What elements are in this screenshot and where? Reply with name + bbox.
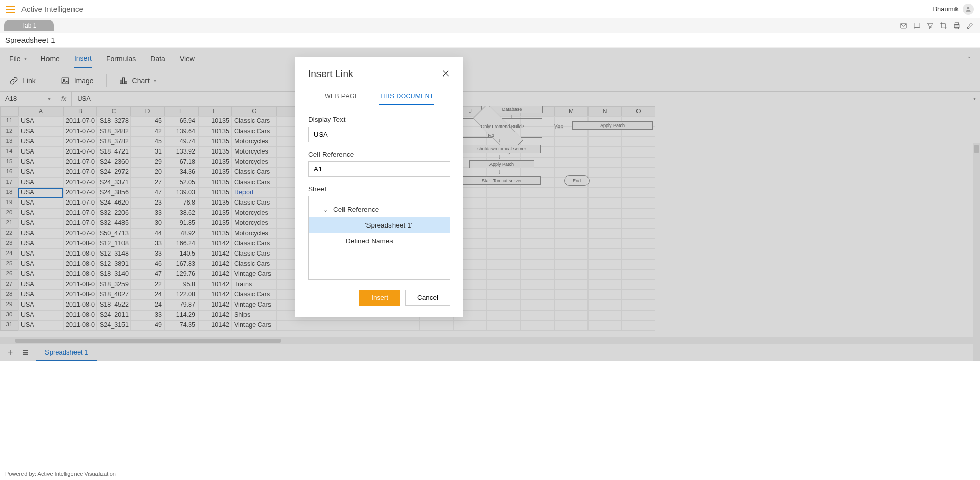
cell[interactable] [588, 249, 622, 259]
cell[interactable]: Motorcycles [232, 218, 277, 229]
cell[interactable] [487, 320, 521, 331]
cell[interactable] [487, 259, 521, 269]
cell[interactable]: E [164, 106, 198, 116]
cell[interactable]: B [63, 106, 97, 116]
cell[interactable]: 2011-07-0 [63, 229, 97, 239]
cell[interactable] [554, 310, 588, 320]
cell[interactable]: 2011-08-0 [63, 269, 97, 280]
cell[interactable]: USA [18, 300, 63, 310]
close-button[interactable] [441, 69, 450, 80]
cell[interactable]: 10142 [198, 259, 232, 269]
cell[interactable]: 10142 [198, 239, 232, 249]
cell[interactable]: 122.08 [164, 290, 198, 300]
cell[interactable] [622, 310, 655, 320]
cell[interactable] [0, 106, 18, 116]
cell[interactable]: Ships [232, 310, 277, 320]
cell[interactable]: 38.62 [164, 208, 198, 218]
cell[interactable] [622, 259, 655, 269]
cell[interactable] [622, 280, 655, 290]
cell[interactable]: 10135 [198, 178, 232, 188]
cell[interactable]: 91.85 [164, 218, 198, 229]
cell[interactable]: 139.03 [164, 188, 198, 198]
cell[interactable]: S24_2011 [97, 310, 131, 320]
cell[interactable] [588, 290, 622, 300]
cell[interactable]: 45 [131, 116, 164, 127]
cell[interactable] [588, 229, 622, 239]
cell[interactable]: 133.92 [164, 147, 198, 157]
comment-icon[interactable] [913, 21, 921, 30]
cell[interactable]: USA [18, 218, 63, 229]
sheet-menu-button[interactable]: ≡ [20, 348, 31, 358]
cell[interactable]: 10135 [198, 167, 232, 178]
cell[interactable]: USA [18, 310, 63, 320]
display-text-input[interactable] [308, 127, 450, 142]
cell[interactable]: 46 [131, 259, 164, 269]
hamburger-icon[interactable] [6, 6, 15, 13]
cell[interactable]: S50_4713 [97, 229, 131, 239]
cell[interactable]: 12 [0, 127, 18, 137]
cell[interactable]: S18_4721 [97, 147, 131, 157]
cell[interactable]: 2011-07-0 [63, 188, 97, 198]
cell[interactable] [622, 218, 655, 229]
cell[interactable]: 25 [0, 259, 18, 269]
cell[interactable] [521, 269, 554, 280]
cell[interactable]: USA [18, 198, 63, 208]
cell[interactable] [521, 239, 554, 249]
cell[interactable]: 2011-07-0 [63, 147, 97, 157]
cell[interactable] [588, 300, 622, 310]
cell[interactable] [487, 290, 521, 300]
cell[interactable]: USA [18, 280, 63, 290]
cell[interactable]: Motorcycles [232, 208, 277, 218]
cell[interactable]: USA [18, 320, 63, 331]
cell[interactable]: 2011-07-0 [63, 157, 97, 167]
cell[interactable]: Vintage Cars [232, 300, 277, 310]
cell[interactable] [487, 310, 521, 320]
cell[interactable]: 2011-08-0 [63, 320, 97, 331]
cell[interactable]: A [18, 106, 63, 116]
cell[interactable]: 31 [131, 147, 164, 157]
cell[interactable] [622, 198, 655, 208]
cell[interactable]: S24_3151 [97, 320, 131, 331]
cell[interactable]: USA [18, 116, 63, 127]
workspace-tab-1[interactable]: Tab 1 [4, 20, 54, 31]
cell[interactable] [521, 208, 554, 218]
cell[interactable] [588, 208, 622, 218]
cell[interactable] [554, 290, 588, 300]
cell[interactable] [588, 320, 622, 331]
cell[interactable]: USA [18, 239, 63, 249]
cell[interactable] [521, 249, 554, 259]
cell[interactable] [622, 269, 655, 280]
cell[interactable]: 24 [131, 300, 164, 310]
tree-cell-reference[interactable]: ⌄ Cell Reference [309, 201, 450, 217]
cell[interactable]: Motorcycles [232, 137, 277, 147]
cell[interactable] [521, 290, 554, 300]
cell[interactable] [521, 229, 554, 239]
horizontal-scrollbar[interactable] [0, 337, 980, 344]
cell[interactable]: 29 [0, 300, 18, 310]
tab-web-page[interactable]: WEB PAGE [325, 89, 359, 105]
cell[interactable]: S18_3278 [97, 116, 131, 127]
cell[interactable]: 10135 [198, 127, 232, 137]
cell[interactable]: 42 [131, 127, 164, 137]
cell[interactable]: 10135 [198, 188, 232, 198]
cell[interactable]: 2011-08-0 [63, 259, 97, 269]
formula-input[interactable]: USA [72, 95, 969, 103]
cell[interactable] [487, 300, 521, 310]
cell[interactable] [622, 290, 655, 300]
cell[interactable]: Trains [232, 280, 277, 290]
ribbon-file[interactable]: File▾ [9, 49, 27, 68]
cell[interactable]: 10142 [198, 269, 232, 280]
cell[interactable]: USA [18, 249, 63, 259]
cell[interactable] [622, 229, 655, 239]
edit-icon[interactable] [966, 21, 974, 30]
cell[interactable]: 31 [0, 320, 18, 331]
cell[interactable]: 2011-07-0 [63, 208, 97, 218]
cell[interactable]: Classic Cars [232, 290, 277, 300]
cell[interactable]: S18_3482 [97, 127, 131, 137]
cell[interactable]: USA [18, 167, 63, 178]
cell[interactable] [588, 239, 622, 249]
cell[interactable] [521, 310, 554, 320]
cell[interactable] [554, 280, 588, 290]
cell[interactable] [554, 320, 588, 331]
cell[interactable]: 2011-07-0 [63, 167, 97, 178]
